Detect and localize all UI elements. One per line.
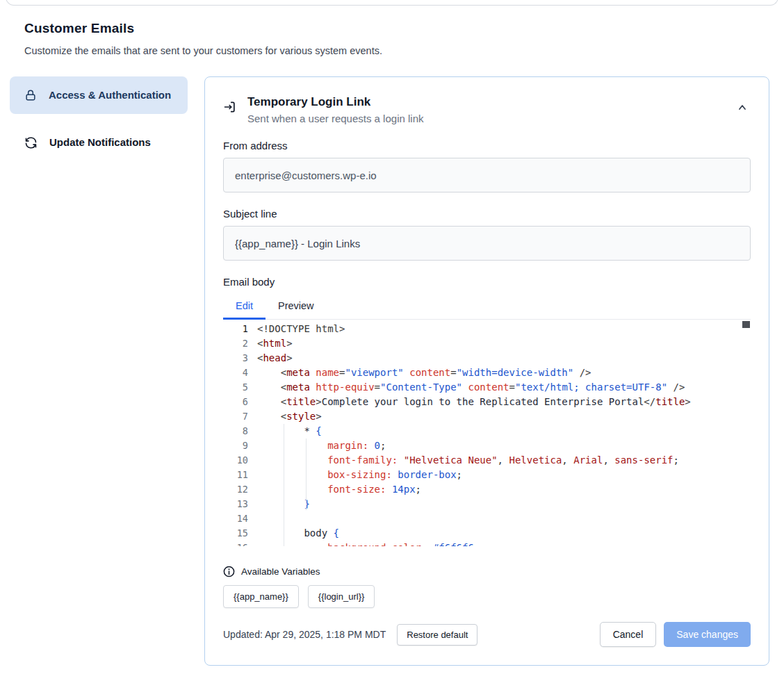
variable-chip-login-url[interactable]: {{login_url}} <box>308 585 375 608</box>
lock-icon <box>24 88 38 102</box>
code-text: body { <box>257 526 339 541</box>
code-text: margin: 0; <box>257 438 386 453</box>
settings-card: Temporary Login Link Sent when a user re… <box>204 76 769 666</box>
code-text: * { <box>257 424 322 438</box>
code-text: <html> <box>257 336 293 351</box>
sidebar-item-label: Update Notifications <box>49 134 151 151</box>
from-address-label: From address <box>223 140 751 152</box>
from-address-input[interactable] <box>223 158 751 192</box>
code-text: <style> <box>257 409 322 424</box>
line-number: 2 <box>223 336 257 351</box>
line-number: 14 <box>223 511 257 526</box>
cancel-button[interactable]: Cancel <box>600 622 657 647</box>
variable-chip-app-name[interactable]: {{app_name}} <box>223 585 299 608</box>
code-lines: 1<!DOCTYPE html>2<html>3<head>4 <meta na… <box>223 322 751 546</box>
code-line[interactable]: 4 <meta name="viewport" content="width=d… <box>223 366 751 380</box>
code-line[interactable]: 7 <style> <box>223 409 751 424</box>
top-card-edge-divider <box>6 0 778 6</box>
indent-guide <box>306 438 307 510</box>
sidebar-item-label: Access & Authentication <box>49 87 171 104</box>
line-number: 5 <box>223 380 257 395</box>
line-number: 13 <box>223 497 257 511</box>
code-line[interactable]: 10 font-family: "Helvetica Neue", Helvet… <box>223 453 751 468</box>
line-number: 4 <box>223 366 257 380</box>
variable-chips: {{app_name}} {{login_url}} <box>223 585 751 608</box>
code-line[interactable]: 9 margin: 0; <box>223 438 751 453</box>
email-body-label: Email body <box>223 276 751 288</box>
code-text: background-color: #f6f6f6; <box>257 541 480 546</box>
code-line[interactable]: 2<html> <box>223 336 751 351</box>
code-text: <head> <box>257 351 293 366</box>
subject-line-input[interactable] <box>223 226 751 261</box>
tab-preview[interactable]: Preview <box>266 294 327 320</box>
code-line[interactable]: 15 body { <box>223 526 751 541</box>
code-line[interactable]: 14 <box>223 511 751 526</box>
updated-timestamp: Updated: Apr 29, 2025, 1:18 PM MDT <box>223 629 386 640</box>
card-subtitle: Sent when a user requests a login link <box>247 113 423 124</box>
tab-edit[interactable]: Edit <box>223 294 266 320</box>
sidebar: Access & Authentication Update Notificat… <box>10 76 188 161</box>
sidebar-item-access-authentication[interactable]: Access & Authentication <box>10 76 188 114</box>
code-line[interactable]: 6 <title>Complete your login to the Repl… <box>223 395 751 409</box>
page-title: Customer Emails <box>24 21 382 36</box>
code-text: font-family: "Helvetica Neue", Helvetica… <box>257 453 679 468</box>
info-icon <box>223 566 235 577</box>
code-line[interactable]: 16 background-color: #f6f6f6; <box>223 541 751 546</box>
restore-default-button[interactable]: Restore default <box>397 624 477 646</box>
sidebar-item-update-notifications[interactable]: Update Notifications <box>10 124 188 161</box>
code-text: box-sizing: border-box; <box>257 468 462 482</box>
editor-tab-bar: Edit Preview <box>223 294 751 320</box>
line-number: 10 <box>223 453 257 468</box>
login-icon <box>223 100 237 114</box>
code-line[interactable]: 8 * { <box>223 424 751 438</box>
collapse-chevron-icon[interactable] <box>734 99 751 116</box>
code-text: <!DOCTYPE html> <box>257 322 345 336</box>
card-header-text: Temporary Login Link Sent when a user re… <box>247 95 423 124</box>
line-number: 15 <box>223 526 257 541</box>
scrollbar-thumb[interactable] <box>742 321 750 328</box>
code-text: font-size: 14px; <box>257 482 421 497</box>
code-line[interactable]: 12 font-size: 14px; <box>223 482 751 497</box>
code-line[interactable]: 1<!DOCTYPE html> <box>223 322 751 336</box>
line-number: 16 <box>223 541 257 546</box>
line-number: 8 <box>223 424 257 438</box>
code-line[interactable]: 3<head> <box>223 351 751 366</box>
save-changes-button[interactable]: Save changes <box>664 622 751 647</box>
line-number: 7 <box>223 409 257 424</box>
page-header: Customer Emails Customize the emails tha… <box>24 21 382 56</box>
code-text: <meta http-equiv="Content-Type" content=… <box>257 380 685 395</box>
line-number: 11 <box>223 468 257 482</box>
available-variables-header: Available Variables <box>223 566 751 577</box>
code-editor[interactable]: 1<!DOCTYPE html>2<html>3<head>4 <meta na… <box>223 320 751 546</box>
line-number: 9 <box>223 438 257 453</box>
refresh-icon <box>24 136 38 150</box>
code-text: <meta name="viewport" content="width=dev… <box>257 366 591 380</box>
line-number: 1 <box>223 322 257 336</box>
line-number: 3 <box>223 351 257 366</box>
line-number: 6 <box>223 395 257 409</box>
indent-guide <box>284 424 284 546</box>
line-number: 12 <box>223 482 257 497</box>
code-line[interactable]: 5 <meta http-equiv="Content-Type" conten… <box>223 380 751 395</box>
subject-line-label: Subject line <box>223 208 751 220</box>
card-footer: Updated: Apr 29, 2025, 1:18 PM MDT Resto… <box>223 622 751 647</box>
code-text: <title>Complete your login to the Replic… <box>257 395 691 409</box>
available-variables-label: Available Variables <box>241 566 320 577</box>
code-line[interactable]: 11 box-sizing: border-box; <box>223 468 751 482</box>
card-header: Temporary Login Link Sent when a user re… <box>223 95 751 124</box>
code-line[interactable]: 13 } <box>223 497 751 511</box>
card-title: Temporary Login Link <box>247 95 423 109</box>
page-subtitle: Customize the emails that are sent to yo… <box>24 45 382 56</box>
